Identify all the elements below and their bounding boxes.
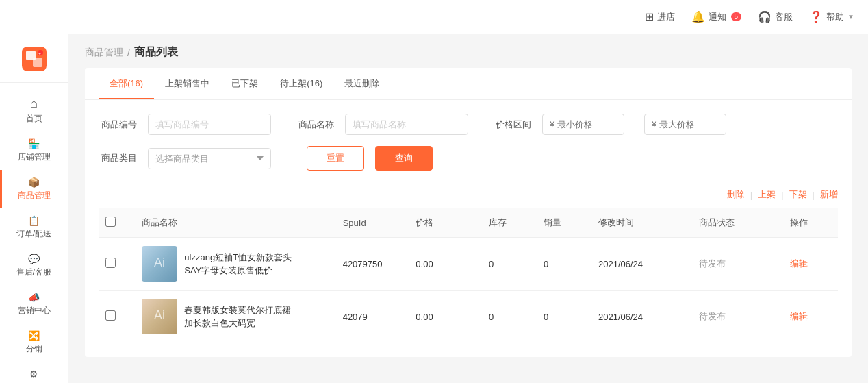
row-time-cell: 2021/06/24 [591,238,692,291]
row-check-cell [99,291,135,343]
product-cell: Ai 春夏韩版女装莫代尔打底裙加长款白色大码宽 [142,299,329,334]
header-status: 商品状态 [692,208,783,238]
product-cell: Ai ulzzang短袖T恤女新款套头SAY字母女装原售低价 [142,246,329,282]
category-select[interactable]: 选择商品类目 [148,148,271,169]
service-button[interactable]: 🎧 客服 [758,10,793,23]
category-label: 商品类目 [99,152,137,164]
header-time: 修改时间 [591,208,692,238]
row-status-cell: 待发布 [692,291,783,343]
tab-all[interactable]: 全部(16) [99,68,154,99]
row-price-cell: 0.00 [409,291,482,343]
svg-rect-2 [33,58,42,67]
price-range-label: 价格区间 [493,119,531,131]
row-checkbox[interactable] [105,258,116,268]
price-max-input[interactable] [644,114,726,135]
sidebar-item-store-manage[interactable]: 🏪 店铺管理 [0,132,68,170]
enter-store-button[interactable]: ⊞ 进店 [645,10,675,23]
help-icon: ❓ [809,10,823,23]
select-all-checkbox[interactable] [105,217,116,227]
tab-bar: 全部(16) 上架销售中 已下架 待上架(16) 最近删除 [85,68,852,100]
product-name-text: 春夏韩版女装莫代尔打底裙加长款白色大码宽 [184,304,294,330]
edit-button[interactable]: 编辑 [790,311,808,321]
svg-text:Ai: Ai [154,256,165,269]
on-shelf-action[interactable]: 上架 [758,188,776,201]
row-time-cell: 2021/06/24 [591,291,692,343]
table-row: Ai ulzzang短袖T恤女新款套头SAY字母女装原售低价 42079750 … [99,238,838,291]
product-name-text: ulzzang短袖T恤女新款套头SAY字母女装原售低价 [184,251,294,277]
bell-icon: 🔔 [691,10,705,23]
product-image-placeholder: Ai [142,246,177,282]
row-status-cell: 待发布 [692,238,783,291]
search-button[interactable]: 查询 [375,146,433,171]
price-separator: — [630,119,639,129]
store-manage-icon: 🏪 [28,138,40,149]
header-check [99,208,135,238]
tab-pending[interactable]: 待上架(16) [269,68,333,99]
tab-on-sale[interactable]: 上架销售中 [154,68,220,99]
sidebar-item-distribution[interactable]: 🔀 分销 [0,323,68,362]
content-card: 全部(16) 上架销售中 已下架 待上架(16) 最近删除 [85,68,852,357]
delete-action[interactable]: 删除 [727,188,745,201]
action-bar: 删除 | 上架 | 下架 | 新增 [85,188,852,208]
edit-button[interactable]: 编辑 [790,258,808,269]
product-name-input[interactable] [345,114,468,135]
sidebar-item-after-sales[interactable]: 💬 售后/客服 [0,247,68,285]
sidebar-item-order-delivery[interactable]: 📋 订单/配送 [0,208,68,247]
row-sales-cell: 0 [537,291,591,343]
table-row: Ai 春夏韩版女装莫代尔打底裙加长款白色大码宽 42079 0.00 0 0 2… [99,291,838,343]
add-new-action[interactable]: 新增 [820,188,838,201]
tab-off-shelf[interactable]: 已下架 [220,68,269,99]
row-checkbox[interactable] [105,310,116,321]
product-code-label: 商品编号 [99,119,137,131]
reset-button[interactable]: 重置 [307,146,364,171]
row-name-cell: Ai 春夏韩版女装莫代尔打底裙加长款白色大码宽 [135,291,335,343]
notify-button[interactable]: 🔔 通知 5 [691,10,742,23]
header-price: 价格 [409,208,482,238]
home-icon: ⌂ [30,97,38,111]
off-shelf-action[interactable]: 下架 [789,188,807,201]
tab-recent-deleted[interactable]: 最近删除 [333,68,391,99]
product-code-input[interactable] [148,114,271,135]
notify-badge: 5 [731,12,742,21]
enter-store-label: 进店 [657,11,675,23]
row-spuid-cell: 42079 [336,291,409,343]
table-body: Ai ulzzang短袖T恤女新款套头SAY字母女装原售低价 42079750 … [99,238,838,343]
marketing-icon: 📣 [28,292,40,303]
filter-row-1: 商品编号 商品名称 价格区间 — [99,114,838,135]
row-price-cell: 0.00 [409,238,482,291]
breadcrumb-current: 商品列表 [134,45,178,60]
sidebar-item-label: 首页 [26,113,42,125]
breadcrumb-separator: / [127,47,130,58]
row-check-cell [99,238,135,291]
sidebar-item-label: 营销中心 [18,305,51,317]
platform-icon: ⚙ [29,369,38,380]
sidebar-item-product-manage[interactable]: 📦 商品管理 [0,170,68,208]
store-icon: ⊞ [645,10,654,23]
sidebar-item-platform-service[interactable]: ⚙ 平台服务 [0,362,68,383]
price-min-input[interactable] [542,114,624,135]
sep-3: | [813,190,815,200]
row-name-cell: Ai ulzzang短袖T恤女新款套头SAY字母女装原售低价 [135,238,335,291]
sidebar-item-label: 订单/配送 [16,228,51,240]
sep-1: | [750,190,752,200]
row-action-cell: 编辑 [783,238,838,291]
table-header-row: 商品名称 SpuId 价格 库存 [99,208,838,238]
sidebar-item-label: 店铺管理 [18,151,51,163]
product-manage-icon: 📦 [28,177,40,188]
layout: + ⌂ 首页 🏪 店铺管理 📦 商品管理 📋 订单/配送 💬 售后/客服 📣 营… [0,34,868,383]
sidebar-item-home[interactable]: ⌂ 首页 [0,90,68,132]
header-sales: 销量 [537,208,591,238]
product-thumb-image: Ai [142,299,177,334]
product-name-label: 商品名称 [296,119,334,131]
main-content: 商品管理 / 商品列表 全部(16) 上架销售中 已下架 待上架(16) [68,34,868,383]
help-button[interactable]: ❓ 帮助 ▼ [809,10,854,23]
breadcrumb: 商品管理 / 商品列表 [68,34,868,68]
product-thumbnail: Ai [142,246,177,282]
service-label: 客服 [775,11,793,23]
sidebar-item-marketing[interactable]: 📣 营销中心 [0,285,68,323]
status-badge: 待发布 [699,258,726,269]
product-thumb-image: Ai [142,246,177,282]
product-table: 商品名称 SpuId 价格 库存 [99,208,838,343]
header-name: 商品名称 [135,208,335,238]
svg-text:+: + [38,51,41,55]
